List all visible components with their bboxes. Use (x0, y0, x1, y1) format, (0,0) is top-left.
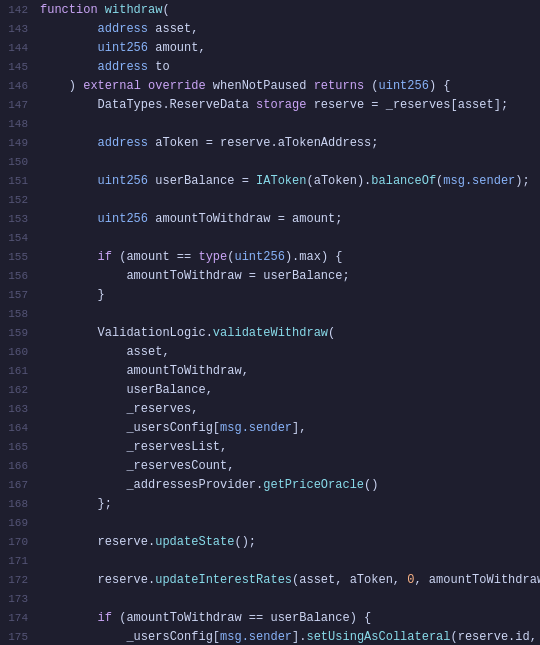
line-content (36, 231, 540, 245)
line-content: DataTypes.ReserveData storage reserve = … (36, 98, 540, 112)
line-number: 149 (0, 137, 36, 149)
code-line: 147 DataTypes.ReserveData storage reserv… (0, 95, 540, 114)
code-line: 169 (0, 513, 540, 532)
line-content: } (36, 288, 540, 302)
line-content: _usersConfig[msg.sender], (36, 421, 540, 435)
line-content (36, 554, 540, 568)
line-number: 160 (0, 346, 36, 358)
line-number: 147 (0, 99, 36, 111)
line-content: amountToWithdraw, (36, 364, 540, 378)
code-line: 145 address to (0, 57, 540, 76)
line-content (36, 307, 540, 321)
code-line: 163 _reserves, (0, 399, 540, 418)
line-content: address aToken = reserve.aTokenAddress; (36, 136, 540, 150)
line-number: 167 (0, 479, 36, 491)
code-line: 159 ValidationLogic.validateWithdraw( (0, 323, 540, 342)
line-number: 163 (0, 403, 36, 415)
code-line: 171 (0, 551, 540, 570)
line-content: function withdraw( (36, 3, 540, 17)
line-content: ValidationLogic.validateWithdraw( (36, 326, 540, 340)
line-content (36, 516, 540, 530)
line-content: asset, (36, 345, 540, 359)
line-number: 145 (0, 61, 36, 73)
code-line: 157 } (0, 285, 540, 304)
line-number: 159 (0, 327, 36, 339)
line-number: 166 (0, 460, 36, 472)
code-line: 143 address asset, (0, 19, 540, 38)
code-line: 175 _usersConfig[msg.sender].setUsingAsC… (0, 627, 540, 645)
line-number: 172 (0, 574, 36, 586)
line-number: 154 (0, 232, 36, 244)
line-content: _reserves, (36, 402, 540, 416)
line-number: 151 (0, 175, 36, 187)
code-line: 142function withdraw( (0, 0, 540, 19)
code-line: 167 _addressesProvider.getPriceOracle() (0, 475, 540, 494)
line-content: if (amount == type(uint256).max) { (36, 250, 540, 264)
line-number: 162 (0, 384, 36, 396)
code-line: 172 reserve.updateInterestRates(asset, a… (0, 570, 540, 589)
code-line: 160 asset, (0, 342, 540, 361)
code-line: 146 ) external override whenNotPaused re… (0, 76, 540, 95)
line-content: ) external override whenNotPaused return… (36, 79, 540, 93)
code-line: 152 (0, 190, 540, 209)
line-content: uint256 userBalance = IAToken(aToken).ba… (36, 174, 540, 188)
code-line: 156 amountToWithdraw = userBalance; (0, 266, 540, 285)
line-number: 150 (0, 156, 36, 168)
line-content (36, 592, 540, 606)
code-line: 150 (0, 152, 540, 171)
code-line: 174 if (amountToWithdraw == userBalance)… (0, 608, 540, 627)
line-number: 168 (0, 498, 36, 510)
code-line: 155 if (amount == type(uint256).max) { (0, 247, 540, 266)
line-number: 142 (0, 4, 36, 16)
line-content: reserve.updateState(); (36, 535, 540, 549)
line-number: 173 (0, 593, 36, 605)
code-line: 151 uint256 userBalance = IAToken(aToken… (0, 171, 540, 190)
line-number: 158 (0, 308, 36, 320)
line-content: _reservesList, (36, 440, 540, 454)
line-number: 164 (0, 422, 36, 434)
code-line: 149 address aToken = reserve.aTokenAddre… (0, 133, 540, 152)
code-line: 162 userBalance, (0, 380, 540, 399)
line-content: uint256 amount, (36, 41, 540, 55)
code-line: 161 amountToWithdraw, (0, 361, 540, 380)
code-line: 170 reserve.updateState(); (0, 532, 540, 551)
line-content: _addressesProvider.getPriceOracle() (36, 478, 540, 492)
line-content: _usersConfig[msg.sender].setUsingAsColla… (36, 630, 540, 644)
code-line: 165 _reservesList, (0, 437, 540, 456)
code-line: 158 (0, 304, 540, 323)
line-content: amountToWithdraw = userBalance; (36, 269, 540, 283)
code-line: 166 _reservesCount, (0, 456, 540, 475)
line-number: 169 (0, 517, 36, 529)
line-content: _reservesCount, (36, 459, 540, 473)
line-number: 156 (0, 270, 36, 282)
line-number: 144 (0, 42, 36, 54)
code-line: 148 (0, 114, 540, 133)
code-line: 154 (0, 228, 540, 247)
line-content: address to (36, 60, 540, 74)
line-number: 152 (0, 194, 36, 206)
line-content: if (amountToWithdraw == userBalance) { (36, 611, 540, 625)
line-number: 143 (0, 23, 36, 35)
code-line: 144 uint256 amount, (0, 38, 540, 57)
code-editor: 142function withdraw(143 address asset,1… (0, 0, 540, 645)
line-content: userBalance, (36, 383, 540, 397)
line-number: 170 (0, 536, 36, 548)
line-content: reserve.updateInterestRates(asset, aToke… (36, 573, 540, 587)
line-number: 146 (0, 80, 36, 92)
line-number: 174 (0, 612, 36, 624)
code-line: 173 (0, 589, 540, 608)
line-number: 148 (0, 118, 36, 130)
line-content (36, 117, 540, 131)
line-content (36, 193, 540, 207)
line-content: }; (36, 497, 540, 511)
line-number: 165 (0, 441, 36, 453)
line-number: 155 (0, 251, 36, 263)
line-number: 153 (0, 213, 36, 225)
line-content (36, 155, 540, 169)
line-content: uint256 amountToWithdraw = amount; (36, 212, 540, 226)
code-line: 153 uint256 amountToWithdraw = amount; (0, 209, 540, 228)
code-line: 168 }; (0, 494, 540, 513)
code-line: 164 _usersConfig[msg.sender], (0, 418, 540, 437)
line-number: 161 (0, 365, 36, 377)
line-number: 175 (0, 631, 36, 643)
